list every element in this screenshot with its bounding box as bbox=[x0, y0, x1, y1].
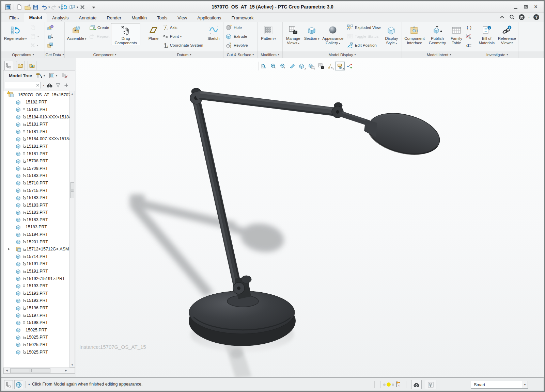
sketch-button[interactable]: Sketch bbox=[205, 23, 222, 41]
model-check-flag-icon[interactable]: 4 bbox=[395, 381, 401, 388]
tree-item[interactable]: 15712<15712G>.ASM bbox=[3, 245, 69, 253]
tree-item[interactable]: 15715.PRT bbox=[3, 187, 69, 194]
zoom-out-button[interactable] bbox=[278, 62, 287, 70]
tab-analysis[interactable]: Analysis bbox=[47, 13, 74, 22]
assemble-button[interactable]: Assemble ▾ bbox=[66, 23, 88, 42]
tree-item[interactable]: 15183.PRT bbox=[3, 172, 69, 180]
appearance-gallery-button[interactable]: Appearance Gallery ▾ bbox=[321, 23, 345, 46]
favorites-tab[interactable]: ✱ bbox=[28, 61, 36, 70]
import-shapes-button[interactable] bbox=[46, 23, 54, 32]
scroll-up-icon[interactable]: ▲ bbox=[70, 91, 75, 96]
scroll-down-icon[interactable]: ▼ bbox=[70, 362, 75, 367]
tree-item[interactable]: 15197.PRT bbox=[3, 312, 69, 319]
regeneration-status-dot[interactable] bbox=[387, 382, 391, 387]
plane-button[interactable]: Plane bbox=[146, 23, 161, 41]
shaded-display-button[interactable] bbox=[297, 62, 307, 70]
tab-view[interactable]: View bbox=[172, 13, 192, 22]
tree-item[interactable]: 15184-007-XXX<15184> bbox=[3, 135, 69, 143]
tree-item[interactable]: 15025.PRT bbox=[3, 334, 69, 341]
find-binoculars-icon[interactable] bbox=[411, 380, 422, 389]
group-label-datum[interactable]: Datum▾ bbox=[145, 51, 223, 58]
braces-button[interactable]: ( ) bbox=[465, 23, 473, 32]
tree-item[interactable]: 15194.PRT bbox=[3, 231, 69, 238]
tab-annotate[interactable]: Annotate bbox=[74, 13, 102, 22]
tree-item[interactable]: 15193.PRT bbox=[3, 290, 69, 297]
tree-item[interactable]: 15193.PRT bbox=[3, 297, 69, 305]
hole-button[interactable]: Hole bbox=[225, 23, 249, 32]
lamp-upper-arm[interactable] bbox=[200, 93, 339, 115]
reference-viewer-button[interactable]: iReference Viewer bbox=[497, 23, 517, 45]
close-button[interactable]: × bbox=[533, 4, 539, 10]
tab-render[interactable]: Render bbox=[102, 13, 127, 22]
corner-dropdown-icon[interactable] bbox=[314, 68, 315, 69]
repeat-button[interactable]: Repeat bbox=[89, 32, 110, 41]
group-label-investigate[interactable]: Investigate▾ bbox=[476, 51, 518, 58]
tree-root-item[interactable]: 15707G_OS_AT_15<15707 bbox=[3, 91, 69, 99]
scroll-left-icon[interactable]: ◀ bbox=[4, 368, 9, 373]
tree-item[interactable]: 15181.PRT bbox=[3, 106, 69, 113]
corner-dropdown-icon[interactable] bbox=[342, 68, 344, 69]
filter-funnel-icon[interactable] bbox=[55, 82, 61, 88]
edit-position-button[interactable]: Edit Position bbox=[346, 41, 382, 50]
tree-item[interactable]: 15182.PRT bbox=[3, 99, 69, 106]
lamp-base[interactable] bbox=[189, 291, 296, 346]
tree-horizontal-scrollbar[interactable]: ◀ ▶ bbox=[3, 368, 75, 374]
datum-display-button[interactable] bbox=[326, 62, 335, 70]
toggle-status-button[interactable]: Toggle Status bbox=[346, 32, 382, 41]
tree-tools-arrow[interactable]: ▾ bbox=[44, 74, 45, 77]
lamp-lower-arm[interactable] bbox=[194, 99, 240, 284]
selection-filter[interactable]: Smart ▼ bbox=[471, 381, 528, 389]
corner-dropdown-icon[interactable] bbox=[304, 68, 306, 69]
tab-framework[interactable]: Framework bbox=[226, 13, 259, 22]
delete-button[interactable]: ▾ bbox=[29, 41, 40, 50]
tree-item[interactable]: 15196.PRT bbox=[3, 304, 69, 312]
select-box-icon[interactable] bbox=[425, 380, 436, 389]
tree-item[interactable]: 15709.PRT bbox=[3, 165, 69, 172]
3d-model-desk-lamp[interactable] bbox=[76, 58, 544, 378]
tree-item[interactable]: 15192<15191>.PRT bbox=[3, 275, 69, 282]
add-plus-icon[interactable] bbox=[64, 83, 69, 88]
group-label-get-data[interactable]: Get Data▾ bbox=[45, 51, 65, 58]
zoom-in-button[interactable] bbox=[268, 62, 278, 70]
tree-item[interactable]: 15184-010-XXX<15184> bbox=[3, 113, 69, 121]
paste-button[interactable]: ▾ bbox=[29, 32, 40, 41]
web-browser-icon[interactable] bbox=[14, 380, 23, 389]
horizontal-scroll-thumb[interactable] bbox=[10, 368, 50, 373]
tree-item[interactable]: 15714.PRT bbox=[3, 253, 69, 260]
tab-model[interactable]: Model bbox=[24, 13, 47, 22]
tree-item[interactable]: 15181.PRT bbox=[3, 150, 69, 158]
learning-center-icon[interactable] bbox=[518, 14, 525, 20]
tree-vertical-scrollbar[interactable]: ▲ ▼ bbox=[69, 91, 75, 368]
tree-item[interactable]: 15201.PRT bbox=[3, 238, 69, 246]
refit-button[interactable] bbox=[259, 62, 268, 70]
lamp-head[interactable] bbox=[342, 107, 444, 161]
group-label-cut-surface[interactable]: Cut & Surface▾ bbox=[223, 51, 258, 58]
get-data-copy-button[interactable] bbox=[46, 41, 54, 50]
fx-strike-button[interactable]: 15fx bbox=[465, 32, 473, 41]
collapse-ribbon-icon[interactable] bbox=[499, 14, 505, 20]
tree-item[interactable]: 15708.PRT bbox=[3, 157, 69, 165]
maximize-button[interactable] bbox=[523, 4, 529, 10]
tree-item[interactable]: 15183.PRT bbox=[3, 194, 69, 201]
tree-tools-icon[interactable] bbox=[36, 72, 43, 79]
tab-applications[interactable]: Applications bbox=[192, 13, 226, 22]
spin-center-button[interactable] bbox=[345, 62, 354, 70]
pattern-button[interactable]: Pattern ▾ bbox=[259, 23, 278, 42]
display-style-button[interactable]: Display Style ▾ bbox=[383, 23, 401, 46]
graphics-area[interactable]: Instance:15707G_OS_AT_15 bbox=[76, 58, 544, 378]
tree-item[interactable]: 15710.PRT bbox=[3, 179, 69, 187]
find-binoculars-icon[interactable] bbox=[46, 82, 53, 88]
copy-button[interactable] bbox=[29, 23, 40, 32]
drag-components-button[interactable]: Drag Components bbox=[111, 23, 140, 45]
folder-browser-tab[interactable] bbox=[16, 61, 25, 70]
clear-x-icon[interactable] bbox=[35, 83, 40, 88]
tab-manikin[interactable]: Manikin bbox=[126, 13, 152, 22]
group-label-modifiers[interactable]: Modifiers▾ bbox=[258, 51, 283, 58]
d-equals-button[interactable]: d= bbox=[465, 41, 473, 50]
component-interface-button[interactable]: Component Interface bbox=[403, 23, 426, 45]
family-table-button[interactable]: Family Table bbox=[449, 23, 464, 45]
axis-button[interactable]: Axis bbox=[162, 23, 204, 32]
group-label-component[interactable]: Component▾ bbox=[65, 51, 145, 58]
annotation-display-button[interactable] bbox=[335, 62, 345, 70]
tree-columns-icon[interactable] bbox=[62, 72, 68, 79]
